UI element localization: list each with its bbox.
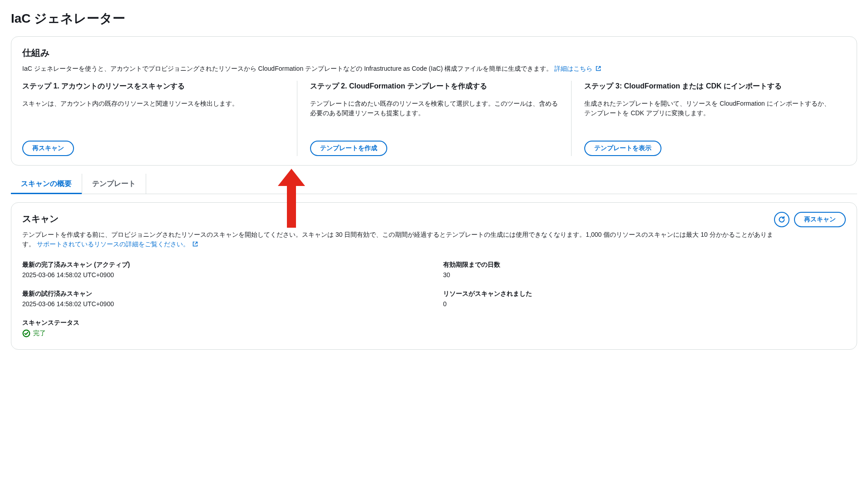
- kv-status-value: 完了: [22, 328, 46, 338]
- howitworks-title: 仕組み: [22, 46, 846, 59]
- external-link-icon: [596, 66, 601, 71]
- kv-resources-scanned-value: 0: [443, 299, 846, 309]
- step-1-title: ステップ 1. アカウントのリソースをスキャンする: [22, 81, 284, 92]
- kv-days-valid-label: 有効期限までの日数: [443, 260, 846, 269]
- rescan-button[interactable]: 再スキャン: [22, 141, 74, 156]
- kv-days-valid-value: 30: [443, 270, 846, 280]
- page-title: IaC ジェネレーター: [11, 9, 857, 28]
- step-1: ステップ 1. アカウントのリソースをスキャンする スキャンは、アカウント内の既…: [22, 81, 297, 156]
- scan-title: スキャン: [22, 212, 774, 225]
- howitworks-panel: 仕組み IaC ジェネレーターを使うと、アカウントでプロビジョニングされたリソー…: [11, 36, 857, 166]
- howitworks-desc-text: IaC ジェネレーターを使うと、アカウントでプロビジョニングされたリソースから …: [22, 65, 554, 72]
- view-template-button[interactable]: テンプレートを表示: [584, 141, 661, 156]
- kv-last-completed-label: 最新の完了済みスキャン (アクティブ): [22, 260, 425, 269]
- create-template-button[interactable]: テンプレートを作成: [310, 141, 387, 156]
- kv-last-attempt-label: 最新の試行済みスキャン: [22, 289, 425, 298]
- learn-more-label: 詳細はこちら: [554, 65, 592, 72]
- step-2-desc: テンプレートに含めたい既存のリソースを検索して選択します。このツールは、含める必…: [310, 99, 559, 131]
- refresh-button[interactable]: [774, 212, 789, 227]
- success-icon: [22, 329, 30, 337]
- kv-last-completed-value: 2025-03-06 14:58:02 UTC+0900: [22, 270, 425, 280]
- scan-desc: テンプレートを作成する前に、プロビジョニングされたリソースのスキャンを開始してく…: [22, 230, 774, 249]
- step-3-title: ステップ 3: CloudFormation または CDK にインポートする: [584, 81, 833, 92]
- step-3: ステップ 3: CloudFormation または CDK にインポートする …: [571, 81, 846, 156]
- kv-status: スキャンステータス 完了: [22, 318, 425, 340]
- step-3-desc: 生成されたテンプレートを開いて、リソースを CloudFormation にイン…: [584, 99, 833, 131]
- step-1-desc: スキャンは、アカウント内の既存のリソースと関連リソースを検出します。: [22, 99, 284, 131]
- step-2-title: ステップ 2. CloudFormation テンプレートを作成する: [310, 81, 559, 92]
- scan-kv-grid: 最新の完了済みスキャン (アクティブ) 2025-03-06 14:58:02 …: [22, 260, 846, 340]
- supported-resources-link[interactable]: サポートされているリソースの詳細をご覧ください。: [37, 240, 198, 248]
- tab-scan-overview[interactable]: スキャンの概要: [11, 174, 82, 194]
- steps-row: ステップ 1. アカウントのリソースをスキャンする スキャンは、アカウント内の既…: [22, 81, 846, 156]
- howitworks-desc: IaC ジェネレーターを使うと、アカウントでプロビジョニングされたリソースから …: [22, 64, 846, 73]
- kv-resources-scanned-label: リソースがスキャンされました: [443, 289, 846, 298]
- scan-panel: スキャン テンプレートを作成する前に、プロビジョニングされたリソースのスキャンを…: [11, 202, 857, 350]
- supported-resources-label: サポートされているリソースの詳細をご覧ください。: [37, 240, 189, 248]
- kv-status-text: 完了: [33, 328, 46, 338]
- step-2: ステップ 2. CloudFormation テンプレートを作成する テンプレー…: [297, 81, 572, 156]
- scan-header-actions: 再スキャン: [774, 212, 846, 227]
- kv-resources-scanned: リソースがスキャンされました 0: [443, 289, 846, 309]
- scan-rescan-button[interactable]: 再スキャン: [794, 212, 846, 227]
- kv-last-attempt-value: 2025-03-06 14:58:02 UTC+0900: [22, 299, 425, 309]
- kv-last-completed: 最新の完了済みスキャン (アクティブ) 2025-03-06 14:58:02 …: [22, 260, 425, 280]
- kv-last-attempt: 最新の試行済みスキャン 2025-03-06 14:58:02 UTC+0900: [22, 289, 425, 309]
- learn-more-link[interactable]: 詳細はこちら: [554, 65, 601, 72]
- refresh-icon: [778, 216, 785, 223]
- kv-days-valid: 有効期限までの日数 30: [443, 260, 846, 280]
- external-link-icon: [192, 241, 198, 247]
- kv-status-label: スキャンステータス: [22, 318, 425, 327]
- tab-templates[interactable]: テンプレート: [82, 174, 146, 194]
- tabs: スキャンの概要 テンプレート: [11, 174, 857, 194]
